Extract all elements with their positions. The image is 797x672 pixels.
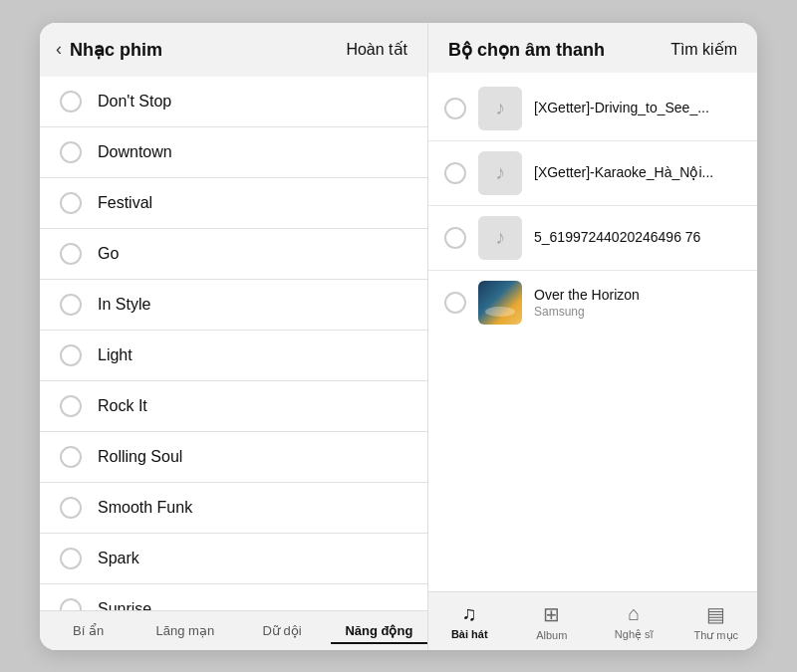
item-label-2: Festival — [98, 194, 152, 212]
radio-circle-7 — [60, 446, 82, 468]
radio-circle-10 — [60, 598, 82, 610]
list-item[interactable]: In Style — [40, 280, 427, 331]
right-item-sub-3: Samsung — [534, 305, 741, 319]
right-tab-2[interactable]: ⌂ Nghệ sĩ — [593, 598, 675, 646]
audio-list: ♪ [XGetter]-Driving_to_See_... ♪ [XGette… — [428, 73, 757, 591]
item-label-5: Light — [98, 346, 133, 364]
list-item[interactable]: Rock It — [40, 381, 427, 432]
radio-circle-0 — [60, 91, 82, 112]
right-item-info-0: [XGetter]-Driving_to_See_... — [534, 100, 741, 117]
item-label-6: Rock It — [98, 397, 147, 415]
list-item[interactable]: Spark — [40, 534, 427, 584]
right-tab-icon-2: ⌂ — [628, 602, 640, 625]
list-item[interactable]: Sunrise — [40, 584, 427, 610]
item-label-8: Smooth Funk — [98, 499, 192, 517]
right-tab-3[interactable]: ▤ Thư mục — [675, 598, 758, 646]
left-tab-2[interactable]: Dữ dội — [234, 619, 331, 644]
right-radio-1 — [444, 162, 466, 184]
radio-circle-6 — [60, 395, 82, 417]
left-tab-3[interactable]: Năng động — [331, 619, 427, 644]
list-item[interactable]: Downtown — [40, 127, 427, 178]
item-label-0: Don't Stop — [98, 93, 171, 111]
item-label-9: Spark — [98, 550, 139, 567]
right-tab-label-2: Nghệ sĩ — [615, 628, 654, 641]
right-item-title-0: [XGetter]-Driving_to_See_... — [534, 100, 741, 115]
back-button[interactable]: ‹ — [56, 39, 62, 60]
left-header: ‹ Nhạc phim Hoàn tất — [40, 23, 427, 73]
radio-circle-1 — [60, 141, 82, 163]
item-label-7: Rolling Soul — [98, 448, 182, 466]
radio-circle-2 — [60, 192, 82, 214]
audio-item[interactable]: ♪ 5_61997244020246496 76 — [428, 206, 757, 271]
right-item-title-1: [XGetter]-Karaoke_Hà_Nội... — [534, 164, 741, 180]
item-label-3: Go — [98, 245, 119, 263]
search-button[interactable]: Tìm kiếm — [670, 40, 737, 59]
right-tab-icon-0: ♫ — [462, 602, 477, 625]
audio-item[interactable]: Over the Horizon Samsung — [428, 271, 757, 335]
list-item[interactable]: Smooth Funk — [40, 483, 427, 534]
main-modal: ‹ Nhạc phim Hoàn tất Don't Stop Downtown… — [40, 23, 757, 650]
radio-circle-3 — [60, 243, 82, 265]
item-label-10: Sunrise — [98, 600, 151, 610]
right-radio-2 — [444, 227, 466, 249]
done-button[interactable]: Hoàn tất — [346, 40, 407, 59]
list-item[interactable]: Festival — [40, 178, 427, 229]
thumb-1: ♪ — [478, 151, 522, 195]
left-tab-1[interactable]: Lãng mạn — [136, 619, 233, 644]
list-item[interactable]: Don't Stop — [40, 77, 427, 127]
radio-circle-4 — [60, 294, 82, 316]
right-item-title-3: Over the Horizon — [534, 287, 741, 303]
right-header: Bộ chọn âm thanh Tìm kiếm — [428, 23, 757, 73]
audio-item[interactable]: ♪ [XGetter]-Karaoke_Hà_Nội... — [428, 141, 757, 206]
right-item-info-2: 5_61997244020246496 76 — [534, 229, 741, 247]
right-item-info-1: [XGetter]-Karaoke_Hà_Nội... — [534, 164, 741, 182]
right-tab-label-1: Album — [536, 629, 567, 641]
list-item[interactable]: Light — [40, 331, 427, 381]
list-item[interactable]: Go — [40, 229, 427, 280]
radio-circle-9 — [60, 548, 82, 569]
album-art-3 — [478, 281, 522, 325]
thumb-2: ♪ — [478, 216, 522, 260]
right-tab-icon-3: ▤ — [706, 602, 725, 626]
thumb-0: ♪ — [478, 87, 522, 130]
right-tab-0[interactable]: ♫ Bài hát — [428, 598, 511, 646]
right-item-title-2: 5_61997244020246496 76 — [534, 229, 741, 245]
item-label-1: Downtown — [98, 143, 172, 161]
right-panel-title: Bộ chọn âm thanh — [448, 39, 605, 61]
right-panel: Bộ chọn âm thanh Tìm kiếm ♪ [XGetter]-Dr… — [428, 23, 757, 650]
right-tab-1[interactable]: ⊞ Album — [511, 598, 594, 646]
right-radio-0 — [444, 98, 466, 119]
list-item[interactable]: Rolling Soul — [40, 432, 427, 483]
left-header-left: ‹ Nhạc phim — [56, 39, 162, 61]
right-tab-icon-1: ⊞ — [543, 602, 560, 626]
radio-circle-8 — [60, 497, 82, 519]
right-tab-label-3: Thư mục — [693, 629, 738, 642]
right-bottom-tabs: ♫ Bài hát ⊞ Album ⌂ Nghệ sĩ ▤ Thư mục — [428, 591, 757, 650]
right-tab-label-0: Bài hát — [451, 628, 488, 640]
right-item-info-3: Over the Horizon Samsung — [534, 287, 741, 319]
item-label-4: In Style — [98, 296, 150, 314]
left-tab-0[interactable]: Bí ẩn — [40, 619, 136, 644]
left-bottom-tabs: Bí ẩnLãng mạnDữ dộiNăng động — [40, 610, 427, 650]
song-list: Don't Stop Downtown Festival Go In Style… — [40, 73, 427, 610]
main-content: ‹ Nhạc phim Hoàn tất Don't Stop Downtown… — [40, 23, 757, 650]
right-radio-3 — [444, 292, 466, 314]
radio-circle-5 — [60, 344, 82, 366]
left-panel-title: Nhạc phim — [70, 39, 162, 61]
left-panel: ‹ Nhạc phim Hoàn tất Don't Stop Downtown… — [40, 23, 428, 650]
audio-item[interactable]: ♪ [XGetter]-Driving_to_See_... — [428, 77, 757, 141]
